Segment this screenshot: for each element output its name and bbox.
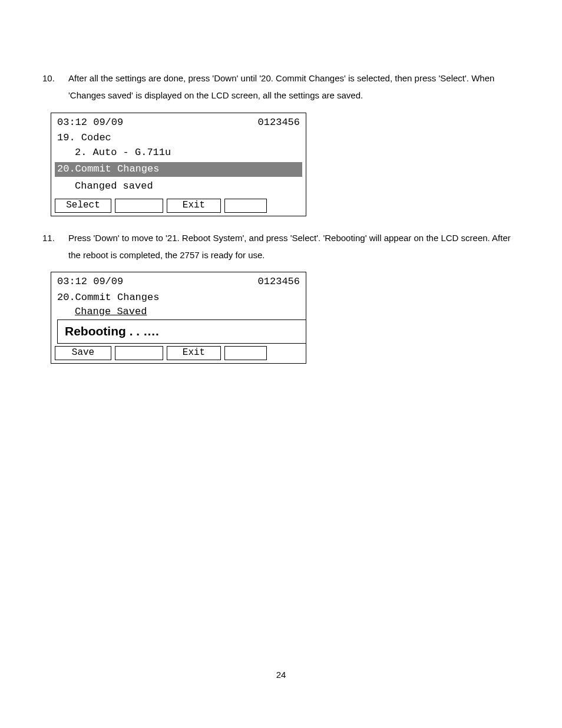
blank-button[interactable] [224, 199, 267, 213]
lcd-line: 2. Auto - G.711u [57, 146, 300, 160]
step-number: 11. [35, 229, 68, 264]
step-number: 10. [35, 70, 68, 104]
lcd-selected-line: 20.Commit Changes [55, 162, 302, 177]
step-text: Press 'Down' to move to '21. Reboot Syst… [68, 229, 527, 264]
lcd-body: 19. Codec 2. Auto - G.711u [51, 130, 306, 162]
lcd-screen-2: 03:12 09/09 0123456 20.Commit Changes Ch… [51, 272, 306, 363]
save-button[interactable]: Save [55, 346, 111, 360]
lcd-button-row: Select Exit [51, 196, 306, 216]
lcd-line: 19. Codec [57, 131, 300, 146]
lcd-time: 03:12 09/09 [57, 275, 123, 289]
page-number: 24 [0, 670, 562, 680]
step-11: 11. Press 'Down' to move to '21. Reboot … [35, 229, 527, 264]
exit-button[interactable]: Exit [167, 346, 221, 360]
lcd-screen-1: 03:12 09/09 0123456 19. Codec 2. Auto - … [51, 113, 306, 216]
step-text: After all the settings are done, press '… [68, 70, 527, 104]
select-button[interactable]: Select [55, 199, 111, 213]
exit-button[interactable]: Exit [167, 199, 221, 213]
lcd-status-text: Changed saved [57, 179, 300, 194]
lcd-time: 03:12 09/09 [57, 116, 123, 130]
blank-button[interactable] [115, 346, 163, 360]
reboot-text: Rebooting . . …. [65, 324, 159, 338]
lcd-line: Change Saved [57, 305, 300, 319]
step-10: 10. After all the settings are done, pre… [35, 70, 527, 104]
lcd-status: Changed saved [51, 178, 306, 196]
lcd-line: 20.Commit Changes [57, 291, 300, 305]
lcd-button-row: Save Exit [51, 344, 306, 363]
lcd-header: 03:12 09/09 0123456 [51, 272, 306, 289]
page-content: 10. After all the settings are done, pre… [0, 0, 562, 364]
reboot-message-box: Rebooting . . …. [57, 319, 306, 343]
blank-button[interactable] [224, 346, 267, 360]
lcd-code: 0123456 [258, 116, 300, 130]
lcd-body: 20.Commit Changes Change Saved [51, 289, 306, 319]
lcd-code: 0123456 [258, 275, 300, 289]
lcd-header: 03:12 09/09 0123456 [51, 113, 306, 130]
blank-button[interactable] [115, 199, 163, 213]
